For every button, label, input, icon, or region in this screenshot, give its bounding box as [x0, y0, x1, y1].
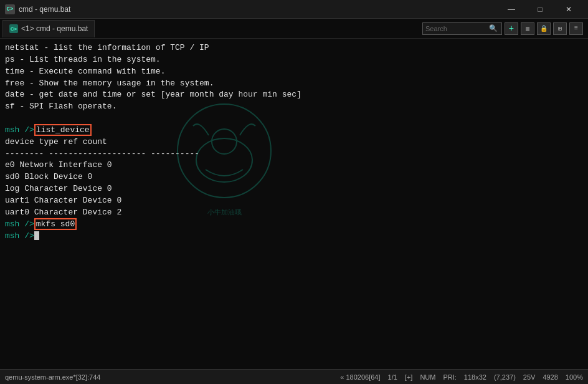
status-info3: [+] — [405, 373, 413, 381]
status-info5: PRI: — [443, 373, 456, 381]
window-title: cmd - qemu.bat — [19, 5, 70, 14]
search-box[interactable]: 🔍 — [422, 22, 502, 35]
window-controls: — □ ✕ — [497, 0, 583, 19]
status-info9: 4928 — [543, 373, 557, 381]
line-prompt-final: msh /> — [5, 231, 583, 242]
line-sf: sf - SPI Flash operate. — [5, 101, 583, 113]
search-button[interactable]: 🔍 — [488, 24, 499, 32]
terminal-cursor — [34, 231, 39, 240]
minimize-button[interactable]: — — [497, 0, 526, 19]
line-date: date - get date and time or set [year mo… — [5, 89, 583, 101]
status-info6: 118x32 — [464, 373, 486, 381]
new-tab-button[interactable]: + — [505, 22, 518, 35]
status-bar: qemu-system-arm.exe*[32]:744 « 180206[64… — [0, 369, 588, 384]
status-info1: « 180206[64] — [340, 373, 380, 381]
status-info4: NUM — [420, 373, 435, 381]
maximize-button[interactable]: □ — [526, 0, 554, 19]
title-bar: C> cmd - qemu.bat — □ ✕ — [0, 0, 588, 19]
status-right: « 180206[64] 1/1 [+] NUM PRI: 118x32 (7,… — [340, 373, 583, 381]
line-mkfs-cmd: msh />mkfs sd0 — [5, 219, 583, 231]
line-netstat: netstat - list the information of TCP / … — [5, 42, 583, 54]
toolbar-right: 🔍 + ▥ 🔒 ⊞ ≡ — [422, 22, 586, 35]
line-e0: e0 Network Interface 0 — [5, 160, 583, 171]
cmd-highlight-list-device: list_device — [34, 124, 92, 136]
tab-bar: C> <1> cmd - qemu.bat 🔍 + ▥ 🔒 ⊞ ≡ — [0, 19, 588, 39]
status-process: qemu-system-arm.exe*[32]:744 — [5, 373, 340, 381]
tab-label: <1> cmd - qemu.bat — [21, 24, 88, 33]
tab-cmd[interactable]: C> <1> cmd - qemu.bat — [2, 20, 95, 37]
line-blank1 — [5, 113, 583, 125]
line-list-device-cmd: msh />list_device — [5, 125, 583, 137]
status-info2: 1/1 — [388, 373, 397, 381]
line-time: time - Execute command with time. — [5, 66, 583, 78]
menu-button[interactable]: ≡ — [569, 22, 583, 35]
tab-icon: C> — [9, 24, 18, 33]
app-icon: C> — [5, 4, 15, 14]
terminal: 小牛加油哦 netstat - list the information of … — [0, 39, 588, 369]
status-info10: 100% — [566, 373, 583, 381]
line-uart0: uart0 Character Device 2 — [5, 207, 583, 219]
line-sd0: sd0 Block Device 0 — [5, 171, 583, 183]
close-button[interactable]: ✕ — [554, 0, 583, 19]
line-uart1: uart1 Character Device 0 — [5, 195, 583, 207]
line-ps: ps - List threads in the system. — [5, 54, 583, 66]
cmd-highlight-mkfs: mkfs sd0 — [34, 218, 77, 230]
status-info8: 25V — [523, 373, 536, 381]
lock-button[interactable]: 🔒 — [537, 22, 551, 35]
line-log: log Character Device 0 — [5, 183, 583, 195]
view-button[interactable]: ▥ — [521, 22, 534, 35]
status-info7: (7,237) — [494, 373, 516, 381]
search-input[interactable] — [425, 25, 488, 32]
line-device-sep: -------- -------------------- ---------- — [5, 148, 583, 160]
layout-button[interactable]: ⊞ — [553, 22, 567, 35]
line-device-header: device type ref count — [5, 137, 583, 148]
line-free: free - Show the memory usage in the syst… — [5, 78, 583, 90]
